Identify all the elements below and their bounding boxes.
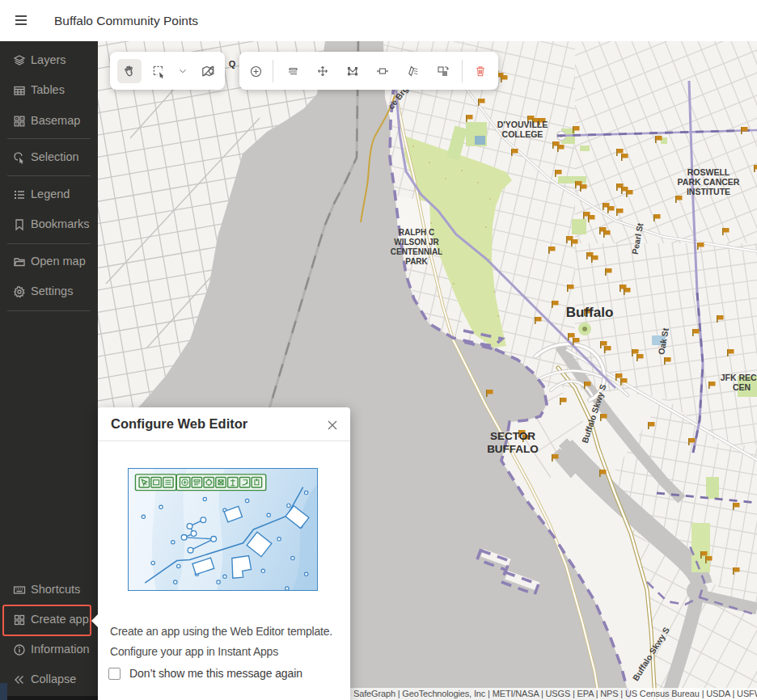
svg-text:ROSWELL: ROSWELL (687, 167, 730, 177)
svg-text:INSTITUTE: INSTITUTE (687, 187, 730, 196)
svg-text:WILSON JR: WILSON JR (394, 238, 439, 247)
svg-text:COLLEGE: COLLEGE (502, 129, 543, 139)
svg-text:D'YOUVILLE: D'YOUVILLE (497, 120, 548, 129)
svg-text:CEN: CEN (733, 382, 751, 392)
svg-text:Q: Q (229, 59, 236, 69)
svg-text:CENTENNIAL: CENTENNIAL (391, 247, 442, 256)
svg-text:RALPH C: RALPH C (399, 228, 434, 237)
svg-text:JFK RECR: JFK RECR (721, 373, 757, 382)
svg-text:SECTOR: SECTOR (490, 430, 535, 442)
svg-text:PARK: PARK (405, 257, 428, 266)
svg-text:Buffalo: Buffalo (566, 305, 614, 320)
svg-text:PARK CANCER: PARK CANCER (678, 177, 740, 187)
svg-text:BUFFALO: BUFFALO (487, 443, 539, 455)
